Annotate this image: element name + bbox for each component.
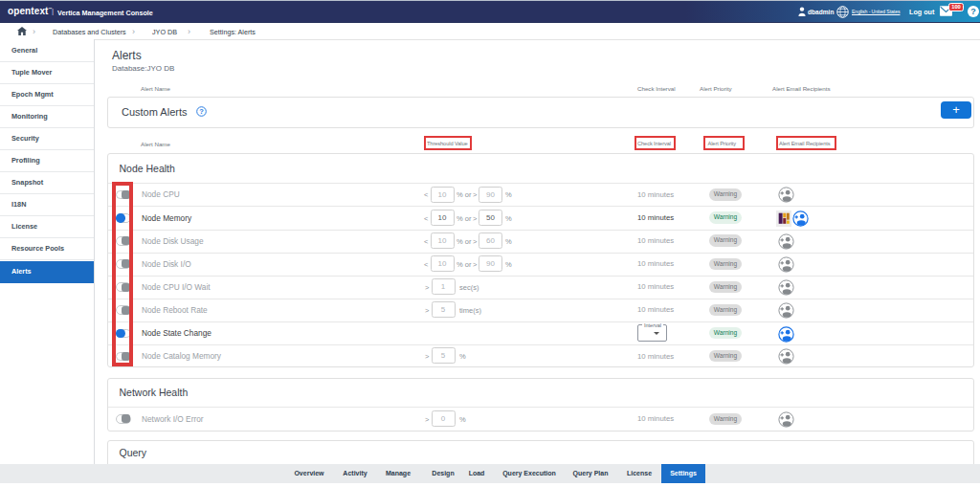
svg-text:?: ? <box>199 107 204 116</box>
svg-text:?: ? <box>970 7 976 16</box>
